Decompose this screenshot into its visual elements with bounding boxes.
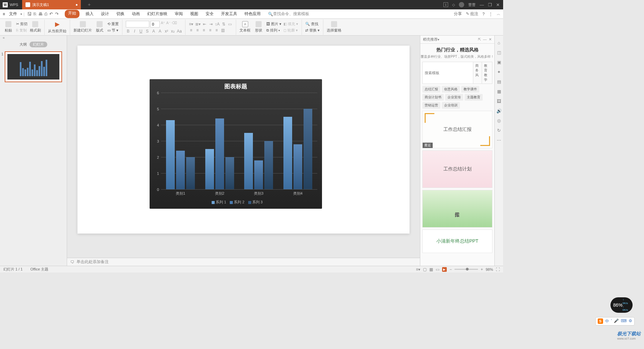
rail-material-icon[interactable]: ▣ (497, 60, 501, 65)
rail-tool-icon[interactable]: ◎ (497, 118, 501, 123)
format-painter-button[interactable]: 格式刷 (30, 21, 41, 33)
rail-template-icon[interactable]: ◫ (497, 50, 501, 55)
print-preview-icon[interactable]: ⎙ (45, 11, 47, 16)
bold-icon[interactable]: B (126, 29, 130, 34)
font-size-input[interactable] (150, 21, 160, 28)
skin-icon[interactable]: ◇ (452, 3, 455, 7)
tab-review[interactable]: 审阅 (173, 10, 184, 18)
rail-more-icon[interactable]: ⋯ (497, 138, 501, 143)
paste-button[interactable]: 粘贴 (3, 21, 14, 33)
sorter-view-icon[interactable]: ▦ (429, 267, 433, 272)
outline-button[interactable]: ◻ 轮廓 ▾ (283, 28, 298, 33)
align-text-icon[interactable]: ▭ (228, 22, 232, 27)
align-right-icon[interactable]: ≡ (202, 28, 206, 33)
undo-icon[interactable]: ↶ (49, 11, 53, 16)
template-tag[interactable]: 创意风格 (442, 86, 460, 93)
distribute-icon[interactable]: ≡ (214, 28, 219, 33)
section-button[interactable]: ▭ 节 ▾ (107, 28, 119, 33)
tab-devtools[interactable]: 开发工具 (220, 10, 238, 18)
slide-1[interactable]: 图表标题 0123456 类别1类别2类别3类别4 系列 1 系列 2 系列 3 (77, 46, 410, 234)
arrange-button[interactable]: ⧉ 排列 ▾ (266, 28, 281, 33)
redo-icon[interactable]: ↷ (55, 11, 59, 16)
template-tag[interactable]: 教学课件 (461, 86, 479, 93)
rail-mindmap-icon[interactable]: ✦ (497, 69, 501, 74)
align-center-icon[interactable]: ≡ (195, 28, 200, 33)
decrease-font-icon[interactable]: A⁻ (166, 21, 170, 28)
file-menu[interactable]: 文件 (7, 10, 19, 17)
document-tab[interactable]: 演示文稿1 (22, 0, 81, 9)
slide-thumbnail-1[interactable]: 1 (5, 51, 62, 82)
rail-chart-icon[interactable]: ▤ (497, 79, 501, 84)
save-icon[interactable]: 🖫 (27, 11, 32, 16)
template-item-3[interactable]: 工作汇报 (422, 190, 492, 228)
user-avatar-icon[interactable] (459, 2, 464, 7)
reset-button[interactable]: ⟲ 重置 (107, 21, 119, 27)
reading-view-icon[interactable]: ▭ (436, 267, 439, 272)
minimize-button[interactable]: — (480, 2, 484, 7)
template-tag[interactable]: 商业计划书 (422, 94, 444, 101)
template-tag[interactable]: 企业宣传 (445, 94, 463, 101)
close-button[interactable]: ✕ (496, 2, 500, 7)
tab-slideshow[interactable]: 幻灯片放映 (146, 10, 169, 18)
columns-icon[interactable]: ▥ (221, 28, 225, 33)
command-search[interactable]: 🔍 查找命令、搜索模板 (268, 11, 309, 17)
find-button[interactable]: 🔍 查找 (305, 21, 320, 27)
tab-animation[interactable]: 动画 (130, 10, 141, 18)
notes-bar[interactable]: 🗨 单击此处添加备注 (67, 258, 420, 266)
restore-button[interactable]: ❐ (488, 2, 492, 7)
user-name[interactable]: 曹曹 (468, 2, 476, 7)
rail-home-icon[interactable]: ⌂ (498, 40, 500, 45)
cut-button[interactable]: ✂ 剪切 (16, 21, 28, 27)
copy-button[interactable]: ⎘ 复制 (16, 28, 28, 33)
slides-tab[interactable]: 幻灯片 (30, 42, 47, 47)
align-left-icon[interactable]: ≡ (189, 28, 194, 33)
increase-font-icon[interactable]: A⁺ (161, 21, 165, 28)
slide-canvas[interactable]: 图表标题 0123456 类别1类别2类别3类别4 系列 1 系列 2 系列 3… (67, 36, 420, 266)
panel-close-icon[interactable]: ✕ (489, 37, 492, 42)
outline-tab[interactable]: 大纲 (19, 42, 27, 47)
text-direction-icon[interactable]: ⇅ (221, 22, 226, 27)
hamburger-icon[interactable]: ≡ (3, 12, 5, 16)
rail-relation-icon[interactable]: ▦ (497, 89, 501, 94)
rail-image-icon[interactable]: 🖼 (497, 99, 501, 104)
tab-design[interactable]: 设计 (100, 10, 110, 18)
zoom-slider[interactable] (454, 269, 478, 270)
ribbon-options-icon[interactable]: ⋮ (489, 12, 493, 16)
font-name-input[interactable] (126, 21, 149, 28)
zoom-value[interactable]: 98% (486, 267, 493, 271)
template-item-1[interactable]: 工作总结汇报 最近 (422, 111, 492, 148)
share-button[interactable]: 分享 (454, 11, 462, 17)
increase-indent-icon[interactable]: ⇥ (209, 22, 213, 27)
open-icon[interactable]: ⎘ (34, 11, 36, 16)
tab-view[interactable]: 视图 (189, 10, 200, 18)
highlight-icon[interactable]: A (158, 29, 162, 34)
template-item-2[interactable]: 工作总结计划 (422, 150, 492, 188)
zoom-in-button[interactable]: + (481, 267, 483, 272)
tab-transition[interactable]: 切换 (115, 10, 126, 18)
hot-keyword-2[interactable]: 教育教学 (482, 62, 492, 84)
template-tag[interactable]: 营销运营 (422, 102, 440, 109)
decrease-indent-icon[interactable]: ⇤ (202, 22, 207, 27)
chart-object[interactable]: 图表标题 0123456 类别1类别2类别3类别4 系列 1 系列 2 系列 3 (150, 79, 322, 209)
tab-special[interactable]: 特色应用 (243, 10, 262, 18)
justify-icon[interactable]: ≡ (208, 28, 213, 33)
template-tag[interactable]: 企业培训 (442, 102, 460, 109)
underline-icon[interactable]: U (139, 29, 143, 34)
collapse-ribbon-icon[interactable]: ︿ (497, 11, 500, 16)
template-tag[interactable]: 总结汇报 (422, 86, 440, 93)
slideshow-button[interactable]: ▶ (442, 267, 447, 272)
tab-insert[interactable]: 插入 (84, 10, 95, 18)
rail-audio-icon[interactable]: 🔊 (496, 108, 502, 113)
normal-view-icon[interactable]: ▢ (423, 267, 427, 272)
shape-button[interactable]: 形状 (253, 21, 264, 33)
print-icon[interactable]: 🖶 (38, 11, 43, 16)
superscript-icon[interactable]: x² (164, 29, 169, 34)
picture-button[interactable]: 🖼 图片 ▾ (266, 21, 281, 27)
notification-badge[interactable]: 1 (443, 2, 448, 7)
zoom-out-button[interactable]: − (449, 267, 452, 272)
rail-history-icon[interactable]: ↻ (497, 128, 501, 133)
new-tab-button[interactable]: ＋ (87, 2, 92, 8)
fill-button[interactable]: ◧ 填充 ▾ (283, 21, 298, 27)
fit-window-icon[interactable]: ⛶ (496, 267, 500, 272)
subscript-icon[interactable]: x₂ (170, 29, 175, 34)
